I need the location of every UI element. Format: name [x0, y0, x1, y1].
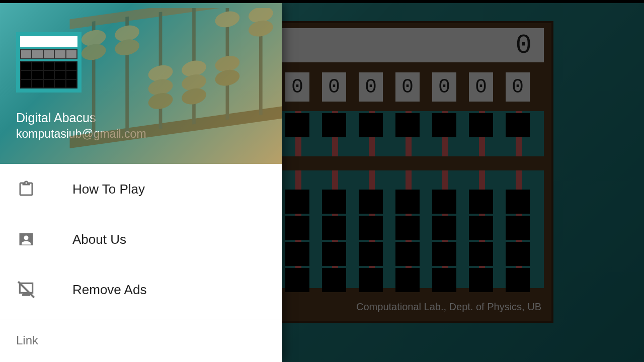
- drawer-item-label: About Us: [72, 232, 126, 247]
- nav-drawer: Digital Abacus komputasiub@gmail.com How…: [0, 3, 282, 362]
- drawer-item-label: Remove Ads: [72, 282, 146, 298]
- svg-point-11: [115, 38, 139, 57]
- svg-point-18: [215, 10, 240, 29]
- remove-ads-icon: [16, 280, 36, 300]
- svg-point-20: [215, 68, 240, 87]
- svg-point-14: [148, 92, 173, 111]
- drawer-section-link: Link: [0, 323, 282, 352]
- drawer-item-remove-ads[interactable]: Remove Ads: [0, 264, 282, 315]
- drawer-header: Digital Abacus komputasiub@gmail.com: [0, 3, 282, 164]
- svg-point-22: [249, 19, 273, 38]
- drawer-item-how-to-play[interactable]: How To Play: [0, 164, 282, 214]
- svg-rect-1: [70, 105, 282, 148]
- svg-point-17: [182, 87, 206, 106]
- abacus-photo: [60, 8, 282, 164]
- svg-point-9: [82, 42, 106, 61]
- clipboard-icon: [16, 179, 36, 199]
- drawer-item-label: How To Play: [72, 182, 145, 197]
- drawer-list: How To Play About Us Remove Ads Link: [0, 164, 282, 362]
- drawer-divider: [0, 319, 282, 319]
- drawer-item-about-us[interactable]: About Us: [0, 214, 282, 264]
- person-icon: [16, 229, 36, 249]
